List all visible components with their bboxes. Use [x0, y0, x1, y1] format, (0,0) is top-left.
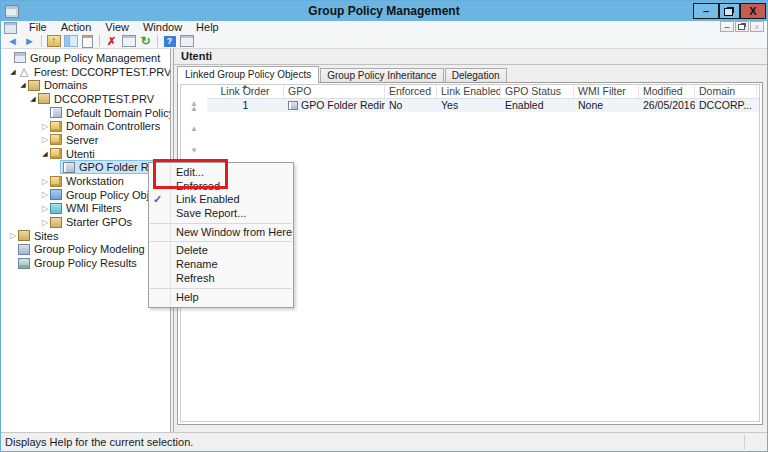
expander-collapsed-icon[interactable]: ▷	[40, 190, 50, 199]
menu-item-save-report[interactable]: Save Report...	[149, 207, 293, 221]
refresh-button[interactable]: ↻	[138, 34, 153, 48]
column-wmi-filter[interactable]: WMI Filter	[574, 85, 639, 98]
tree-item-starter-gpos[interactable]: ▷Starter GPOs	[1, 215, 170, 229]
delete-button[interactable]: ✗	[104, 34, 119, 48]
help-topics-button[interactable]	[179, 34, 194, 48]
column-link-order[interactable]: Link Order	[207, 85, 284, 98]
domains-icon	[28, 80, 40, 91]
properties-button[interactable]	[80, 34, 95, 48]
tree-item-wmi-filters[interactable]: ▷WMI Filters	[1, 202, 170, 216]
column-link-enabled[interactable]: Link Enabled	[437, 85, 501, 98]
menu-item-delete[interactable]: Delete	[149, 244, 293, 258]
expander-collapsed-icon[interactable]: ▷	[8, 231, 18, 240]
menu-help[interactable]: Help	[189, 21, 226, 34]
list-header: Link Order GPO Enforced Link Enabled GPO…	[207, 85, 759, 99]
tab-strip: Linked Group Policy Objects Group Policy…	[177, 67, 508, 83]
refresh-icon: ↻	[140, 34, 150, 48]
gpo-folder-icon	[50, 189, 62, 200]
tree-item-group-policy-modeling[interactable]: Group Policy Modeling	[1, 243, 170, 257]
menu-item-refresh[interactable]: Refresh	[149, 272, 293, 286]
expander-collapsed-icon[interactable]: ▷	[40, 218, 50, 227]
menu-item-rename[interactable]: Rename	[149, 258, 293, 272]
menu-window[interactable]: Window	[136, 21, 189, 34]
menu-item-help[interactable]: Help	[149, 291, 293, 305]
tree-item-gpo-folder-redirection[interactable]: GPO Folder Redirection	[1, 161, 170, 175]
menu-separator	[150, 241, 292, 242]
toolbar: ◄ ► ↑ ✗ ↻ ?	[1, 34, 767, 49]
menu-file[interactable]: File	[22, 21, 54, 34]
export-list-button[interactable]: ↑	[46, 34, 61, 48]
cell-gpo-status: Enabled	[501, 99, 574, 112]
main-area: Group Policy Management ◢△Forest: DCCORP…	[1, 49, 767, 434]
menu-item-enforced[interactable]: Enforced	[149, 180, 293, 194]
export-list-icon: ↑	[47, 35, 61, 47]
gpmc-window: Group Policy Management – X File Action …	[0, 0, 768, 452]
checkmark-icon: ✓	[153, 193, 162, 207]
expander-collapsed-icon[interactable]: ▷	[40, 135, 50, 144]
help-icon: ?	[164, 36, 176, 47]
column-enforced[interactable]: Enforced	[385, 85, 437, 98]
tree-item-utenti[interactable]: ◢Utenti	[1, 147, 170, 161]
tree-item-sites[interactable]: ▷Sites	[1, 229, 170, 243]
expander-expanded-icon[interactable]: ◢	[8, 68, 18, 76]
menu-view[interactable]: View	[98, 21, 136, 34]
tree-item-label: Domain Controllers	[66, 120, 160, 132]
mdi-restore-button[interactable]	[735, 21, 749, 32]
expander-collapsed-icon[interactable]: ▷	[40, 122, 50, 131]
menu-item-link-enabled[interactable]: ✓Link Enabled	[149, 193, 293, 207]
tree-item-forest[interactable]: ◢△Forest: DCCORPTEST.PRV	[1, 65, 170, 79]
ou-icon	[50, 148, 62, 159]
minimize-icon: –	[703, 5, 709, 17]
tree-item-default-domain-policy[interactable]: Default Domain Policy	[1, 106, 170, 120]
column-domain[interactable]: Domain	[695, 85, 757, 98]
gpo-link-icon	[288, 101, 298, 110]
expander-expanded-icon[interactable]: ◢	[18, 81, 28, 89]
show-console-tree-button[interactable]	[63, 34, 78, 48]
move-to-top-button[interactable]: ▲▲	[190, 103, 198, 125]
tree-item-label: Workstation	[66, 175, 124, 187]
close-button[interactable]: X	[740, 3, 766, 19]
mdi-minimize-icon: –	[724, 22, 729, 32]
tab-group-policy-inheritance[interactable]: Group Policy Inheritance	[320, 68, 444, 83]
down-arrow-icon: ▼	[190, 146, 198, 155]
table-row[interactable]: 1 GPO Folder Redirection No Yes Enabled …	[207, 99, 759, 112]
column-gpo-status[interactable]: GPO Status	[501, 85, 574, 98]
expander-collapsed-icon[interactable]: ▷	[40, 204, 50, 213]
tree-item-domains[interactable]: ◢Domains	[1, 78, 170, 92]
tab-linked-group-policy-objects[interactable]: Linked Group Policy Objects	[177, 66, 319, 83]
tree-item-domain-controllers[interactable]: ▷Domain Controllers	[1, 119, 170, 133]
mdi-minimize-button[interactable]: –	[720, 21, 734, 32]
starter-gpo-folder-icon	[50, 217, 62, 228]
column-gpo[interactable]: GPO	[284, 85, 385, 98]
forward-button[interactable]: ►	[22, 34, 37, 48]
menu-action[interactable]: Action	[54, 21, 99, 34]
tree-item-domain-dccorptest[interactable]: ◢DCCORPTEST.PRV	[1, 92, 170, 106]
delete-icon: ✗	[107, 35, 116, 48]
restore-button[interactable]	[719, 3, 740, 19]
expander-expanded-icon[interactable]: ◢	[40, 150, 50, 158]
tree-item-group-policy-results[interactable]: Group Policy Results	[1, 256, 170, 270]
console-icon	[4, 22, 17, 34]
title-bar: Group Policy Management – X	[1, 1, 767, 21]
help-button[interactable]: ?	[162, 34, 177, 48]
window-title: Group Policy Management	[1, 4, 767, 18]
toolbar-separator	[157, 35, 158, 47]
tree-item-server[interactable]: ▷Server	[1, 133, 170, 147]
move-up-button[interactable]: ▲	[190, 125, 198, 147]
domain-icon	[38, 93, 50, 104]
tab-delegation[interactable]: Delegation	[445, 68, 507, 83]
menu-item-edit[interactable]: Edit...	[149, 166, 293, 180]
gpo-link-icon	[63, 162, 75, 173]
tree-item-group-policy-management[interactable]: Group Policy Management	[1, 51, 170, 65]
tree-item-label: Group Policy Management	[30, 52, 160, 64]
column-modified[interactable]: Modified	[639, 85, 695, 98]
tree-item-group-policy-objects[interactable]: ▷Group Policy Objects	[1, 188, 170, 202]
minimize-button[interactable]: –	[693, 3, 719, 19]
menu-bar: File Action View Window Help – ×	[1, 21, 767, 35]
expander-expanded-icon[interactable]: ◢	[28, 95, 38, 103]
new-window-button[interactable]	[121, 34, 136, 48]
back-button[interactable]: ◄	[5, 34, 20, 48]
menu-item-new-window-from-here[interactable]: New Window from Here	[149, 226, 293, 240]
expander-collapsed-icon[interactable]: ▷	[40, 177, 50, 186]
tree-item-workstation[interactable]: ▷Workstation	[1, 174, 170, 188]
